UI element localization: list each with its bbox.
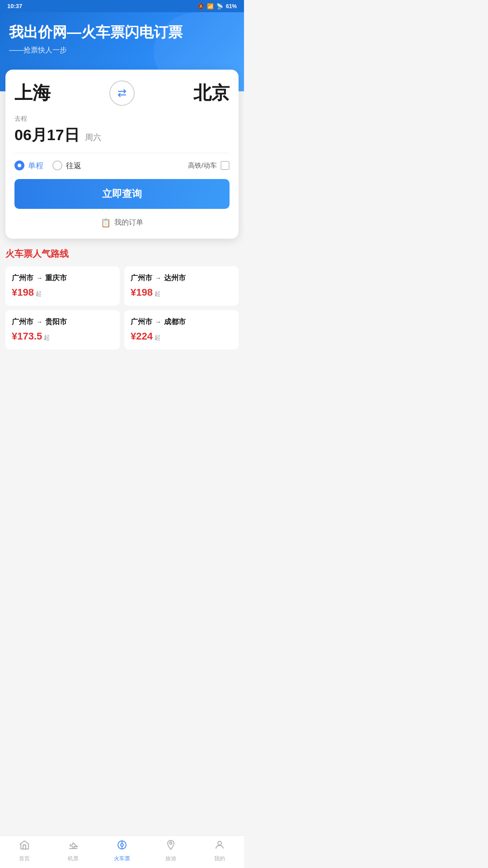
route-to: 成都市 — [164, 317, 186, 327]
route-from: 广州市 — [12, 274, 33, 283]
route-from: 广州市 — [131, 317, 152, 327]
trip-type-label: 去程 — [14, 115, 230, 123]
routes-grid: 广州市 → 重庆市 ¥198 起 广州市 → 达州市 ¥198 起 广州市 → … — [5, 266, 239, 349]
route-price-row: ¥173.5 起 — [12, 330, 113, 342]
day-of-week: 周六 — [85, 133, 101, 142]
from-city[interactable]: 上海 — [14, 80, 51, 105]
to-city[interactable]: 北京 — [193, 80, 230, 105]
signal-icon: 📡 — [216, 3, 223, 9]
round-trip-radio[interactable] — [52, 160, 62, 170]
route-price: ¥198 — [12, 287, 34, 298]
round-trip-option[interactable]: 往返 — [52, 160, 81, 171]
route-to: 贵阳市 — [45, 317, 67, 327]
route-price-note: 起 — [44, 334, 50, 342]
search-card: 上海 ⇄ 北京 去程 06月17日 周六 单程 往返 高铁/动车 立即查询 📋 — [5, 70, 239, 239]
swap-icon: ⇄ — [117, 87, 127, 99]
status-time: 10:37 — [7, 3, 22, 9]
route-card[interactable]: 广州市 → 重庆市 ¥198 起 — [5, 266, 120, 306]
route-name: 广州市 → 重庆市 — [12, 274, 113, 283]
round-trip-label: 往返 — [66, 160, 81, 171]
date-section[interactable]: 去程 06月17日 周六 — [14, 115, 230, 146]
hsr-checkbox[interactable] — [221, 161, 230, 170]
route-from: 广州市 — [131, 274, 152, 283]
route-price-row: ¥224 起 — [131, 330, 232, 342]
hero-subtitle: ——抢票快人一步 — [9, 46, 235, 55]
route-arrow-icon: → — [155, 274, 161, 282]
route-card[interactable]: 广州市 → 成都市 ¥224 起 — [124, 310, 239, 349]
route-arrow-icon: → — [155, 318, 161, 326]
route-price-row: ¥198 起 — [131, 287, 232, 298]
orders-icon: 📋 — [101, 218, 111, 228]
one-way-option[interactable]: 单程 — [14, 160, 43, 171]
route-name: 广州市 → 贵阳市 — [12, 317, 113, 327]
battery-icon: 61% — [226, 3, 237, 9]
route-to: 达州市 — [164, 274, 186, 283]
search-button[interactable]: 立即查询 — [14, 179, 230, 209]
one-way-label: 单程 — [28, 160, 43, 171]
hsr-label: 高铁/动车 — [188, 161, 217, 170]
city-selector-row: 上海 ⇄ 北京 — [14, 80, 230, 106]
trip-type-row: 单程 往返 高铁/动车 — [14, 160, 230, 171]
swap-cities-button[interactable]: ⇄ — [109, 80, 135, 106]
route-to: 重庆市 — [45, 274, 67, 283]
divider — [14, 153, 230, 153]
status-icons: 🔕 📶 📡 61% — [197, 3, 237, 9]
route-card[interactable]: 广州市 → 达州市 ¥198 起 — [124, 266, 239, 306]
route-price-row: ¥198 起 — [12, 287, 113, 298]
route-arrow-icon: → — [36, 318, 42, 326]
route-price-note: 起 — [155, 334, 160, 342]
route-price-note: 起 — [36, 290, 42, 298]
route-price: ¥173.5 — [12, 330, 42, 342]
departure-date: 06月17日 — [14, 126, 80, 143]
route-price: ¥224 — [131, 330, 153, 342]
one-way-radio[interactable] — [14, 160, 24, 170]
route-name: 广州市 → 成都市 — [131, 317, 232, 327]
popular-routes-title: 火车票人气路线 — [5, 248, 239, 260]
route-price: ¥198 — [131, 287, 153, 298]
hero-title: 我出价网—火车票闪电订票 — [9, 23, 235, 42]
status-bar: 10:37 🔕 📶 📡 61% — [0, 0, 244, 12]
route-name: 广州市 → 达州市 — [131, 274, 232, 283]
wifi-icon: 📶 — [207, 3, 214, 9]
hsr-option[interactable]: 高铁/动车 — [188, 161, 230, 170]
route-arrow-icon: → — [36, 274, 42, 282]
my-orders-row[interactable]: 📋 我的订单 — [14, 216, 230, 230]
route-price-note: 起 — [155, 290, 160, 298]
my-orders-label: 我的订单 — [114, 218, 143, 227]
route-card[interactable]: 广州市 → 贵阳市 ¥173.5 起 — [5, 310, 120, 349]
bell-icon: 🔕 — [197, 3, 204, 9]
route-from: 广州市 — [12, 317, 33, 327]
date-row: 06月17日 周六 — [14, 125, 230, 146]
popular-routes-section: 火车票人气路线 广州市 → 重庆市 ¥198 起 广州市 → 达州市 ¥198 … — [0, 239, 244, 349]
